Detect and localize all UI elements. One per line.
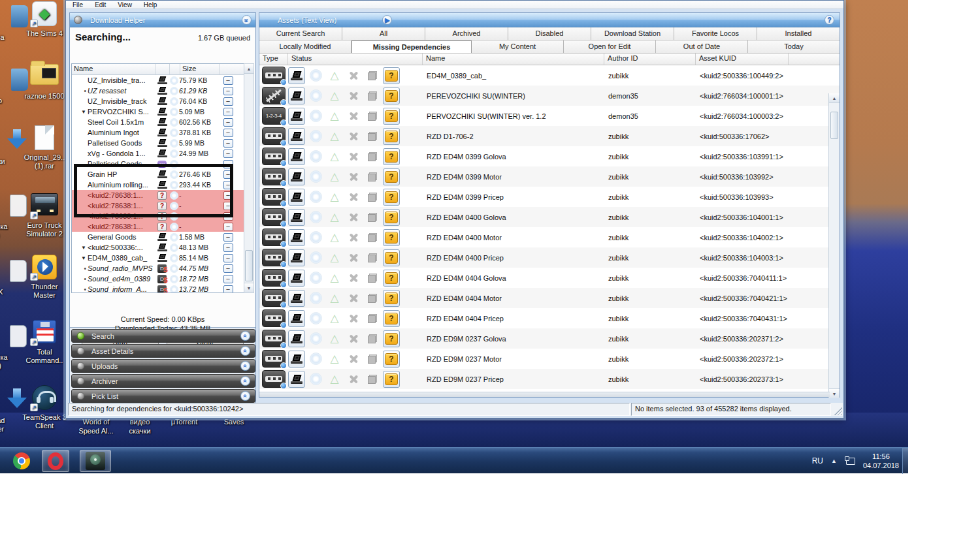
- menu-edit[interactable]: Edit: [95, 1, 106, 8]
- expand-section-button[interactable]: »: [240, 391, 250, 401]
- installed-from-download-button[interactable]: [288, 67, 305, 84]
- desktop-icon-ets2[interactable]: ↗ Euro Truck Simulator 2: [19, 191, 70, 238]
- remove-from-queue-button[interactable]: −: [223, 129, 233, 137]
- asset-row[interactable]: △?RZD ED4M 0400 Motorzubikk<kuid2:500336…: [259, 227, 840, 247]
- desktop-label-utorrent[interactable]: µTorrent: [165, 417, 204, 426]
- installed-from-download-button[interactable]: [288, 351, 305, 368]
- missing-dependencies-button[interactable]: ?: [383, 67, 400, 84]
- download-row[interactable]: •Sound_ed4m_0389DS18.72 MB−: [72, 274, 244, 284]
- network-icon[interactable]: [845, 456, 855, 465]
- tab-archived[interactable]: Archived: [425, 27, 508, 40]
- remove-from-queue-button[interactable]: −: [223, 223, 233, 231]
- missing-dependencies-button[interactable]: ?: [383, 209, 400, 226]
- asset-row[interactable]: △?RZD ED4M 0400 Pricepzubikk<kuid2:50033…: [259, 247, 840, 268]
- expand-section-button[interactable]: »: [240, 331, 250, 341]
- download-row[interactable]: ▼<kuid2:500336:...48.13 MB−: [72, 242, 244, 253]
- scrollbar-thumb[interactable]: [830, 112, 838, 139]
- taskbar-clock[interactable]: 11:56 04.07.2018: [863, 452, 899, 470]
- remove-from-queue-button[interactable]: −: [223, 275, 233, 283]
- expand-section-button[interactable]: »: [240, 361, 250, 371]
- expand-section-button[interactable]: »: [240, 376, 250, 386]
- taskbar-trainz-button[interactable]: [80, 450, 111, 472]
- installed-from-download-button[interactable]: [288, 310, 305, 327]
- desktop-icon-sims4[interactable]: ◆ ↗ The Sims 4: [19, 1, 70, 38]
- installed-from-download-button[interactable]: [288, 148, 305, 165]
- download-row[interactable]: ▼ED4M_0389_cab_85.14 MB−: [72, 253, 244, 263]
- installed-from-download-button[interactable]: [288, 108, 305, 125]
- asset-row[interactable]: △?RZD ED4M 0404 Motorzubikk<kuid2:500336…: [259, 288, 840, 308]
- language-indicator[interactable]: RU: [812, 456, 823, 465]
- collapse-panel-button[interactable]: »: [242, 15, 252, 25]
- desktop-label-world-of-speed[interactable]: World ofSpeed Al...: [73, 417, 119, 435]
- remove-from-queue-button[interactable]: −: [223, 254, 233, 262]
- installed-from-download-button[interactable]: [288, 209, 305, 226]
- tab-open-for-edit[interactable]: Open for Edit: [564, 40, 656, 53]
- installed-from-download-button[interactable]: [288, 290, 305, 307]
- desktop-icon-raznoe-folder[interactable]: raznoe 1500: [19, 60, 70, 101]
- download-row[interactable]: UZ_Invisible_tra...75.79 KB−: [72, 75, 244, 86]
- tab-locally-modified[interactable]: Locally Modified: [259, 40, 351, 53]
- section-pick-list[interactable]: Pick List »: [71, 389, 255, 403]
- download-row[interactable]: General Goods1.58 MB−: [72, 232, 244, 242]
- asset-row[interactable]: 1-2-3-4△?PERVOZCHIKI SU(WINTER) ver. 1.2…: [259, 106, 840, 126]
- tab-my-content[interactable]: My Content: [472, 40, 564, 53]
- missing-dependencies-button[interactable]: ?: [383, 189, 400, 206]
- tab-out-of-date[interactable]: Out of Date: [656, 40, 748, 53]
- download-row[interactable]: <kuid2:78638:1...?-−: [72, 221, 244, 232]
- installed-from-download-button[interactable]: [288, 168, 305, 185]
- section-archiver[interactable]: Archiver »: [71, 374, 255, 388]
- missing-dependencies-button[interactable]: ?: [383, 290, 400, 307]
- tab-all[interactable]: All: [342, 27, 425, 40]
- tab-installed[interactable]: Installed: [757, 27, 840, 40]
- desktop-label-saves[interactable]: Saves: [219, 417, 249, 426]
- assets-hscrollbar[interactable]: [259, 392, 830, 397]
- show-desktop-button[interactable]: [902, 448, 908, 474]
- missing-dependencies-button[interactable]: ?: [383, 270, 400, 287]
- remove-from-queue-button[interactable]: −: [223, 264, 233, 273]
- missing-dependencies-button[interactable]: ?: [383, 128, 400, 145]
- menu-file[interactable]: File: [73, 1, 83, 8]
- missing-dependencies-button[interactable]: ?: [383, 168, 400, 185]
- menu-view[interactable]: View: [118, 1, 132, 8]
- asset-row[interactable]: △?RZD ED4M 0400 Golovazubikk<kuid2:50033…: [259, 207, 840, 227]
- remove-from-queue-button[interactable]: −: [223, 285, 233, 294]
- assets-header[interactable]: Assets (Text View) ▶ ?: [259, 13, 840, 27]
- asset-row[interactable]: △?RZD D1-706-2zubikk<kuid:500336:17062>: [259, 126, 840, 146]
- resize-grip[interactable]: [831, 403, 843, 416]
- tab-missing-dependencies[interactable]: Missing Dependencies: [351, 40, 472, 53]
- asset-row[interactable]: △?RZD ED4M 0404 Golovazubikk<kuid2:50033…: [259, 268, 840, 288]
- asset-row[interactable]: △?RZD ED9M 0237 Pricepzubikk<kuid2:50033…: [259, 369, 840, 389]
- asset-row[interactable]: △?ED4M_0389_cab_zubikk<kuid2:500336:1004…: [259, 65, 840, 86]
- remove-from-queue-button[interactable]: −: [223, 150, 233, 158]
- assets-menu-button[interactable]: ▶: [382, 15, 392, 25]
- download-row[interactable]: ▼PERVOZCHIKI S...5.09 MB−: [72, 106, 244, 117]
- assets-scrollbar[interactable]: ▲ ▼: [828, 93, 840, 398]
- remove-from-queue-button[interactable]: −: [223, 97, 233, 106]
- missing-dependencies-button[interactable]: ?: [383, 310, 400, 327]
- missing-dependencies-button[interactable]: ?: [383, 229, 400, 246]
- asset-row[interactable]: △?RZD ED4M 0399 Pricepzubikk<kuid:500336…: [259, 187, 840, 207]
- scroll-up-icon[interactable]: ▲: [244, 64, 253, 74]
- section-search[interactable]: Search »: [71, 329, 255, 343]
- asset-row[interactable]: △?RZD ED4M 0404 Pricepzubikk<kuid2:50033…: [259, 308, 840, 328]
- taskbar-opera-button[interactable]: [42, 450, 69, 472]
- queue-scrollbar[interactable]: ▲ ▼: [244, 63, 254, 293]
- scroll-down-icon[interactable]: ▼: [829, 388, 840, 398]
- download-row[interactable]: •Sound_inform_A...DS13.72 MB−: [72, 284, 244, 293]
- desktop-icon-total-commander[interactable]: ↗ Total Command..: [19, 320, 70, 365]
- asset-row[interactable]: △?RZD ED4M 0399 Motorzubikk<kuid:500336:…: [259, 166, 840, 187]
- tray-hidden-icons-button[interactable]: ▲: [831, 458, 837, 464]
- asset-row[interactable]: △?PEREVOZCHIKI SU(WINTER)demon35<kuid2:7…: [259, 86, 840, 106]
- download-row[interactable]: Palletised Goods5.99 MB−: [72, 138, 244, 148]
- missing-dependencies-button[interactable]: ?: [383, 249, 400, 266]
- download-row[interactable]: Aluminium Ingot378.81 KB−: [72, 127, 244, 138]
- installed-from-download-button[interactable]: [288, 128, 305, 145]
- missing-dependencies-button[interactable]: ?: [383, 371, 400, 388]
- installed-from-download-button[interactable]: [288, 87, 305, 104]
- remove-from-queue-button[interactable]: −: [223, 118, 233, 127]
- download-row[interactable]: Steel Coil 1.5x1m602.56 KB−: [72, 117, 244, 127]
- remove-from-queue-button[interactable]: −: [223, 108, 233, 116]
- tab-today[interactable]: Today: [748, 40, 840, 53]
- desktop-icon-rar-file[interactable]: Original_29.. (1).rar: [19, 125, 70, 170]
- desktop-label-video[interactable]: видеоскачки: [122, 417, 158, 435]
